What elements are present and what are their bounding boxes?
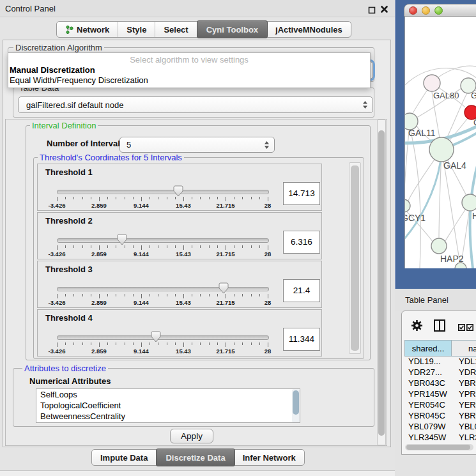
cell-name: YPR1 xyxy=(459,389,476,399)
threshold-label: Threshold 4 xyxy=(45,313,93,323)
tick-mark xyxy=(150,197,150,199)
threshold-slider-thumb[interactable] xyxy=(219,282,229,296)
mac-minimize-icon[interactable] xyxy=(422,6,430,15)
network-node-gcy1[interactable] xyxy=(405,199,410,212)
algorithm-option[interactable]: Equal Width/Frequency Discretization xyxy=(10,75,148,85)
table-row[interactable]: YBR043CYBR0 xyxy=(404,378,476,389)
node-table[interactable]: YDL19...YDL1YDR27...YDR2YBR043CYBR0YPR14… xyxy=(404,357,476,443)
tick-mark xyxy=(107,245,108,248)
network-node-label: GAL xyxy=(471,91,476,100)
threshold-value-field[interactable]: 14.713 xyxy=(283,182,320,205)
tick-label: 9.144 xyxy=(134,202,149,209)
tick-mark xyxy=(91,294,91,296)
tick-mark xyxy=(65,197,66,199)
cell-name: YLR3 xyxy=(459,433,476,442)
tab-discretize-data[interactable]: Discretize Data xyxy=(156,449,234,466)
table-row[interactable]: YDR27...YDR2 xyxy=(404,367,476,378)
tab-label: Style xyxy=(127,25,146,35)
table-row[interactable]: YBL079WYBL0 xyxy=(404,422,476,433)
numerical-attributes-list[interactable]: SelfLoopsTopologicalCoefficientBetweenne… xyxy=(36,388,300,423)
table-hscrollbar[interactable] xyxy=(405,444,473,450)
threshold-slider-track[interactable] xyxy=(57,287,269,291)
thresholds-scrollbar[interactable] xyxy=(349,162,361,354)
table-row[interactable]: YLR345WYLR3 xyxy=(404,433,476,443)
table-row[interactable]: YER054CYER0 xyxy=(404,400,476,411)
main-scrollbar-thumb[interactable] xyxy=(378,130,385,436)
tab-impute-data[interactable]: Impute Data xyxy=(92,450,157,465)
float-icon[interactable] xyxy=(368,5,376,17)
mac-close-icon[interactable] xyxy=(409,6,417,15)
threshold-slider-thumb[interactable] xyxy=(151,331,161,345)
column-header-shared[interactable]: shared... xyxy=(404,340,452,357)
tab-infer-network[interactable]: Infer Network xyxy=(234,450,304,465)
threshold-value-field[interactable]: 6.316 xyxy=(283,231,320,254)
combo-arrows-icon xyxy=(264,140,270,150)
threshold-2-panel: Threshold 2-3.4262.8599.14415.4321.71528… xyxy=(37,212,322,259)
close-icon[interactable] xyxy=(380,4,388,16)
threshold-stack: Threshold 1-3.4262.8599.14415.4321.71528… xyxy=(37,164,323,359)
threshold-slider-thumb[interactable] xyxy=(117,234,127,248)
tick-mark xyxy=(217,197,218,199)
tick-mark xyxy=(99,294,100,298)
attributes-list-scrollbar[interactable] xyxy=(292,389,300,422)
network-node-gal4[interactable] xyxy=(429,137,454,162)
network-node-h[interactable] xyxy=(462,194,476,211)
network-node-gal80[interactable] xyxy=(424,75,440,91)
tab-jactivemnodules[interactable]: jActiveMNodules xyxy=(267,22,351,37)
threshold-slider-track[interactable] xyxy=(57,238,269,243)
network-node-label: GCY1 xyxy=(405,213,426,223)
num-intervals-combobox[interactable]: 5 xyxy=(119,137,275,153)
network-canvas[interactable]: GAL80GALCGAL11GAL4GCY1HHAP2 xyxy=(404,17,476,268)
tick-label: 2.859 xyxy=(91,250,107,257)
tick-label: -3.426 xyxy=(49,250,66,257)
split-columns-icon[interactable] xyxy=(434,319,445,334)
table-row[interactable]: YBR045CYBR0 xyxy=(404,411,476,422)
checkbox-icon[interactable] xyxy=(458,322,465,334)
gear-icon[interactable] xyxy=(411,319,423,334)
threshold-value-field[interactable]: 21.4 xyxy=(283,279,320,302)
checkbox-icon[interactable] xyxy=(466,322,473,334)
table-hscrollbar-thumb[interactable] xyxy=(406,445,470,450)
threshold-slider-track[interactable] xyxy=(57,335,269,340)
tick-mark xyxy=(234,245,234,248)
threshold-slider-track[interactable] xyxy=(57,190,269,194)
tick-mark xyxy=(268,197,268,201)
tick-mark xyxy=(57,342,58,347)
threshold-4-panel: Threshold 4-3.4262.8599.14415.4321.71528… xyxy=(37,309,322,357)
thresholds-scrollbar-thumb[interactable] xyxy=(351,165,359,351)
algorithm-option[interactable]: Manual Discretization xyxy=(10,65,95,75)
attribute-list-item[interactable]: BetweennessCentrality xyxy=(36,411,300,422)
tick-mark xyxy=(141,197,142,201)
main-scrollbar[interactable] xyxy=(377,119,386,445)
tab-label: Infer Network xyxy=(243,453,296,463)
table-data-combobox[interactable]: galFiltered.sif default node xyxy=(18,96,373,113)
group-title: Attributes to discretize xyxy=(22,364,108,373)
cell-name: YDR2 xyxy=(459,367,476,377)
threshold-value-field[interactable]: 11.344 xyxy=(283,328,320,351)
tab-label: jActiveMNodules xyxy=(275,25,342,35)
threshold-1-panel: Threshold 1-3.4262.8599.14415.4321.71528… xyxy=(37,164,322,211)
tab-select[interactable]: Select xyxy=(155,22,197,37)
tick-label: 15.43 xyxy=(176,250,191,257)
tick-mark xyxy=(99,197,100,201)
mac-zoom-icon[interactable] xyxy=(434,6,443,15)
table-data-combobox-value: galFiltered.sif default node xyxy=(19,100,123,110)
apply-button[interactable]: Apply xyxy=(170,429,213,443)
tab-network[interactable]: Network xyxy=(57,22,118,37)
tick-mark xyxy=(82,245,83,248)
tab-label: Discretize Data xyxy=(165,453,225,463)
threshold-slider-thumb[interactable] xyxy=(173,185,183,199)
tab-cyni-toolbox[interactable]: Cyni Toolbox xyxy=(197,20,268,38)
network-node-hap2[interactable] xyxy=(431,238,447,254)
tab-style[interactable]: Style xyxy=(118,22,155,37)
table-row[interactable]: YDL19...YDL1 xyxy=(404,357,476,367)
tick-mark xyxy=(57,245,58,250)
attribute-list-item[interactable]: TopologicalCoefficient xyxy=(36,400,300,411)
tick-mark xyxy=(158,245,158,248)
cell-name: YBR0 xyxy=(459,378,476,388)
attributes-list-scrollbar-thumb[interactable] xyxy=(293,390,299,415)
tick-mark xyxy=(107,294,108,296)
table-row[interactable]: YPR145WYPR1 xyxy=(404,389,476,400)
column-header-name[interactable]: name xyxy=(451,340,476,357)
attribute-list-item[interactable]: SelfLoops xyxy=(36,389,300,400)
